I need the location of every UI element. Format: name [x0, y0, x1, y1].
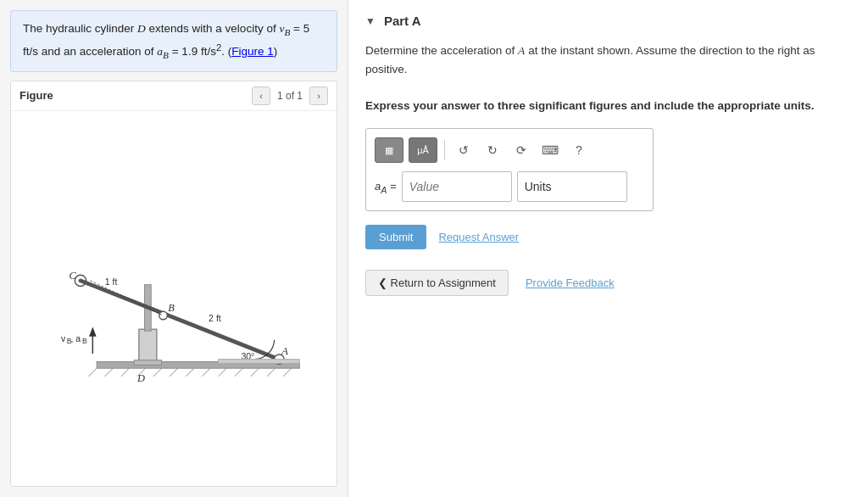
mu-icon: μÅ: [417, 145, 429, 155]
part-label: Part A: [384, 14, 421, 28]
figure-content: D v B , a B C B A: [11, 111, 337, 483]
value-input[interactable]: [402, 171, 512, 202]
provide-feedback-link[interactable]: Provide Feedback: [526, 276, 615, 289]
var-D: D: [137, 22, 146, 35]
problem-statement: The hydraulic cylinder D extends with a …: [10, 10, 337, 72]
request-answer-link[interactable]: Request Answer: [438, 231, 519, 243]
bold-instruction: Express your answer to three significant…: [365, 99, 815, 112]
part-header: ▼ Part A: [365, 14, 851, 28]
toolbar-separator: [444, 140, 445, 160]
svg-rect-14: [139, 330, 157, 362]
submit-button[interactable]: Submit: [365, 225, 426, 249]
svg-text:B: B: [168, 303, 175, 315]
figure-title: Figure: [19, 89, 53, 102]
svg-line-2: [105, 369, 114, 377]
prev-figure-btn[interactable]: ‹: [252, 87, 270, 105]
figure-diagram: D v B , a B C B A: [25, 204, 322, 390]
next-figure-btn[interactable]: ›: [309, 87, 328, 105]
svg-line-7: [186, 369, 194, 377]
svg-text:, a: , a: [71, 333, 81, 343]
var-aB: aB: [157, 45, 169, 58]
svg-line-6: [170, 369, 178, 377]
var-vB: vB: [279, 22, 290, 35]
collapse-arrow-icon[interactable]: ▼: [365, 15, 376, 27]
action-row: Submit Request Answer: [365, 225, 851, 249]
var-A: A: [518, 44, 525, 57]
svg-text:1 ft: 1 ft: [105, 276, 118, 287]
variable-label: aA =: [375, 180, 397, 195]
return-to-assignment-button[interactable]: ❮ Return to Assignment: [365, 270, 509, 296]
figure-page-count: 1 of 1: [277, 90, 303, 102]
answer-area: ▦ μÅ ↺ ↻ ⟳ ⌨ ? aA =: [365, 128, 654, 211]
svg-text:B: B: [82, 338, 87, 346]
svg-line-25: [81, 281, 279, 360]
svg-line-3: [121, 369, 130, 377]
undo-btn[interactable]: ↺: [452, 138, 476, 162]
svg-point-26: [159, 312, 168, 321]
svg-line-8: [202, 369, 210, 377]
svg-rect-34: [219, 360, 300, 364]
svg-rect-16: [134, 360, 162, 366]
problem-text-1: Determine the acceleration of: [365, 44, 518, 57]
answer-toolbar: ▦ μÅ ↺ ↻ ⟳ ⌨ ?: [375, 137, 644, 163]
left-panel: The hydraulic cylinder D extends with a …: [0, 0, 348, 497]
grid-icon: ▦: [385, 145, 393, 156]
answer-input-row: aA =: [375, 171, 644, 202]
figure-nav: ‹ 1 of 1 ›: [252, 87, 328, 105]
svg-line-10: [235, 369, 243, 377]
svg-text:D: D: [136, 373, 145, 385]
svg-line-12: [267, 369, 275, 377]
reset-btn[interactable]: ⟳: [509, 138, 533, 162]
svg-line-11: [251, 369, 259, 377]
problem-text: The hydraulic cylinder D extends with a …: [23, 22, 309, 58]
keyboard-btn[interactable]: ⌨: [538, 138, 562, 162]
mu-icon-btn[interactable]: μÅ: [409, 137, 437, 163]
svg-text:C: C: [70, 270, 77, 282]
grid-icon-btn[interactable]: ▦: [375, 137, 403, 163]
figure-link[interactable]: Figure 1: [231, 45, 274, 58]
figure-header: Figure ‹ 1 of 1 ›: [11, 81, 337, 111]
svg-text:v: v: [61, 333, 66, 343]
svg-line-1: [89, 369, 97, 377]
help-btn[interactable]: ?: [567, 138, 591, 162]
svg-line-5: [153, 369, 162, 377]
svg-line-13: [283, 369, 292, 377]
figure-container: Figure ‹ 1 of 1 ›: [10, 81, 337, 487]
right-panel: ▼ Part A Determine the acceleration of A…: [348, 0, 868, 497]
svg-text:2 ft: 2 ft: [209, 313, 221, 323]
redo-btn[interactable]: ↻: [481, 138, 504, 162]
bottom-row: ❮ Return to Assignment Provide Feedback: [365, 270, 851, 296]
problem-description: Determine the acceleration of A at the i…: [365, 42, 823, 114]
svg-text:A: A: [281, 345, 288, 357]
svg-line-9: [219, 369, 227, 377]
units-input[interactable]: [517, 171, 627, 202]
